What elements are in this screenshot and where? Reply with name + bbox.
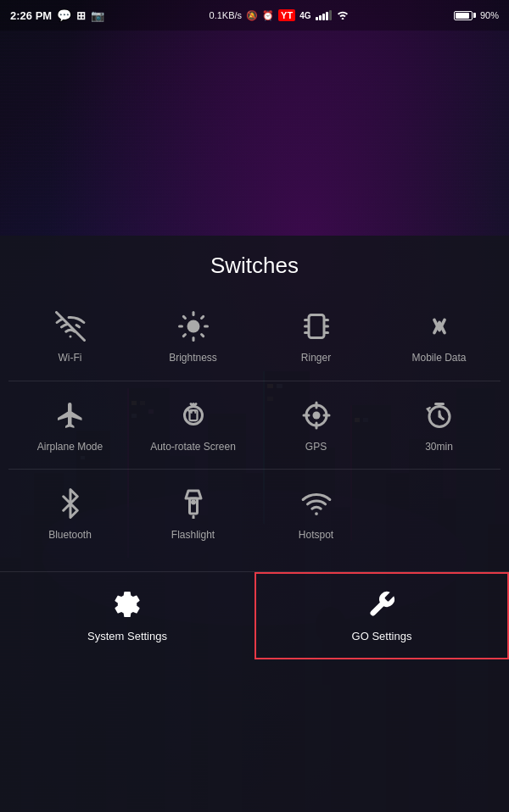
timer-icon [421,397,458,434]
wifi-status-icon [336,9,350,21]
system-settings-button[interactable]: System Settings [0,572,255,659]
switches-row-2: Airplane Mode Auto-rotate Screen [8,385,501,466]
status-bar: 2:26 PM 💬 ⊞ 📷 0.1KB/s 🔕 ⏰ YT 4G 90% [0,0,509,31]
status-left: 2:26 PM 💬 ⊞ 📷 [10,8,104,22]
status-right: 90% [454,10,499,20]
flashlight-label: Flashlight [171,529,215,542]
svg-line-49 [201,316,203,318]
ringer-icon [298,308,335,345]
switch-airplane[interactable]: Airplane Mode [8,385,131,466]
battery-percent: 90% [480,10,499,20]
switch-gps[interactable]: GPS [255,385,378,466]
system-settings-icon [112,589,143,623]
switches-row-1: Wi-Fi Brightness [8,296,501,377]
go-settings-button[interactable]: GO Settings [255,572,509,659]
svg-line-45 [201,335,203,336]
brightness-label: Brightness [169,352,217,365]
switch-hotspot[interactable]: Hotspot [255,473,378,554]
time-display: 2:26 PM [10,9,52,22]
yt-icon: YT [278,9,295,21]
switch-timer[interactable]: 30min [378,385,501,466]
airplane-icon [52,397,89,434]
svg-point-60 [312,411,320,419]
system-settings-label: System Settings [87,630,167,642]
auto-rotate-icon [175,397,212,434]
go-settings-label: GO Settings [352,630,412,642]
airplane-label: Airplane Mode [37,441,103,454]
gps-label: GPS [305,441,327,454]
status-center: 0.1KB/s 🔕 ⏰ YT 4G [210,9,350,21]
auto-rotate-label: Auto-rotate Screen [150,441,236,454]
row-divider-2 [8,469,501,470]
mobile-data-icon [421,308,458,345]
switches-panel: Switches Wi-Fi Brightness [0,236,509,812]
switches-section: Switches Wi-Fi Brightness [0,236,509,563]
instagram-icon: 📷 [91,9,104,22]
grid-icon: ⊞ [76,9,86,22]
switch-ringer[interactable]: Ringer [255,296,378,377]
switch-auto-rotate[interactable]: Auto-rotate Screen [131,385,255,466]
svg-point-57 [184,406,202,424]
switch-bluetooth[interactable]: Bluetooth [8,473,131,554]
svg-rect-50 [309,315,324,338]
speed-display: 0.1KB/s [210,10,243,20]
switch-flashlight[interactable]: Flashlight [131,473,255,554]
flashlight-icon [175,485,212,522]
go-settings-icon [366,589,397,623]
lte-icon: 4G [299,11,310,20]
switch-mobile-data[interactable]: Mobile Data [378,296,501,377]
wifi-icon [52,308,89,345]
switches-title: Switches [8,253,501,279]
brightness-icon [175,308,212,345]
settings-row: System Settings GO Settings [0,571,509,659]
svg-line-44 [183,316,185,318]
switch-wifi[interactable]: Wi-Fi [8,296,131,377]
svg-point-41 [187,320,199,333]
bluetooth-icon [52,485,89,522]
row-divider-1 [8,381,501,381]
bluetooth-label: Bluetooth [48,529,92,542]
svg-point-68 [191,500,196,505]
timer-label: 30min [425,441,453,454]
hotspot-icon [298,485,335,522]
mute-icon: 🔕 [246,10,258,21]
gps-icon [298,397,335,434]
mobile-data-label: Mobile Data [411,352,466,365]
alarm-icon: ⏰ [262,10,274,21]
hotspot-label: Hotspot [299,529,333,542]
whatsapp-icon: 💬 [57,8,71,22]
switch-brightness[interactable]: Brightness [131,296,255,377]
signal-bars [316,10,332,20]
battery-indicator [454,11,476,20]
ringer-label: Ringer [301,352,331,365]
svg-line-48 [183,335,185,336]
wifi-label: Wi-Fi [59,352,82,365]
switches-row-3: Bluetooth Flashlight [8,473,501,554]
